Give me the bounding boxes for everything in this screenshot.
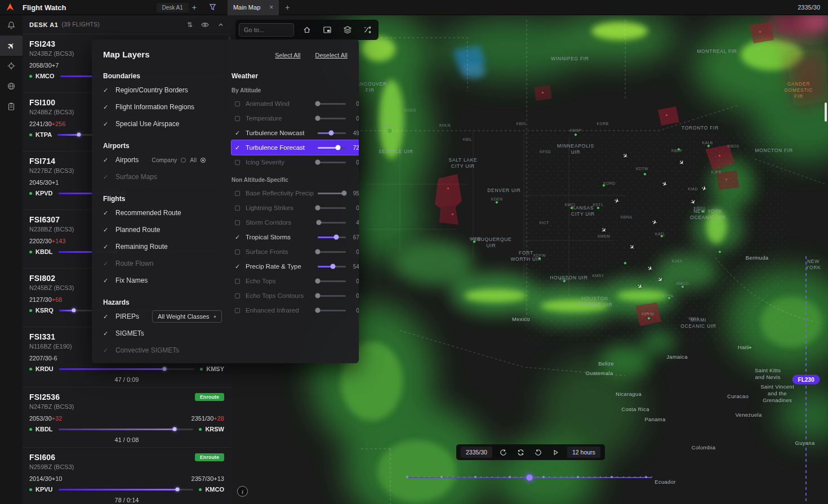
weather-layer-row[interactable]: ✓ Enhanced Infrared 0% (232, 303, 359, 318)
airport-marker[interactable]: ◆ (647, 316, 650, 320)
layer-fix-names[interactable]: ✓Fix Names (103, 272, 232, 289)
slider-knob[interactable] (335, 145, 340, 150)
opacity-slider[interactable] (318, 251, 346, 253)
airport-marker[interactable]: ◆ (563, 279, 566, 283)
airport-marker[interactable]: ◆ (602, 183, 605, 188)
weather-layer-row[interactable]: ✓ Icing Severity 0% (232, 155, 359, 170)
opacity-slider[interactable] (318, 207, 346, 209)
checkbox[interactable] (235, 220, 240, 225)
slider-knob[interactable] (315, 116, 320, 121)
rail-notifications[interactable] (0, 15, 23, 35)
route-tools-button[interactable] (360, 23, 375, 37)
layer-route-flown[interactable]: ✓Route Flown (103, 255, 232, 272)
add-button[interactable]: + (189, 3, 200, 11)
checkbox[interactable] (235, 101, 240, 106)
slider-knob[interactable] (342, 191, 347, 196)
map-info-button[interactable]: i (237, 486, 248, 497)
checkbox[interactable] (235, 191, 240, 196)
airport-marker[interactable]: ◆ (681, 284, 684, 289)
weather-layer-row[interactable]: ✓ Lightning Strikes 0% (232, 200, 359, 215)
layer-fir[interactable]: ✓Flight Information Regions (103, 99, 232, 115)
step-forward-button[interactable] (532, 446, 545, 458)
slider-knob[interactable] (329, 131, 334, 136)
radio-all[interactable] (201, 158, 206, 163)
flight-card[interactable]: FSI2536 Enroute N247BZ (BCS3) 2053/30+32… (23, 387, 231, 448)
airport-marker[interactable]: ◆ (643, 172, 646, 176)
opacity-slider[interactable] (318, 266, 346, 267)
airport-marker[interactable]: ◆ (667, 296, 670, 300)
timeline-slider[interactable] (407, 472, 652, 481)
weather-layer-row[interactable]: ✓ Echo Tops 0% (232, 274, 359, 288)
layer-convective-sigmets[interactable]: ✓Convective SIGMETs (103, 342, 232, 359)
sort-button[interactable]: ⇅ (187, 21, 193, 29)
airport-marker[interactable]: ◆ (749, 345, 751, 350)
rail-globe[interactable] (0, 76, 23, 96)
checkbox[interactable] (235, 308, 240, 313)
checkbox[interactable] (235, 116, 240, 121)
close-tab-icon[interactable]: × (269, 3, 273, 11)
checkbox[interactable] (235, 279, 240, 284)
opacity-slider[interactable] (318, 103, 346, 105)
layer-planned-route[interactable]: ✓Planned Route (103, 221, 232, 238)
airport-marker[interactable]: ◆ (495, 200, 498, 204)
airport-marker[interactable]: ◆ (677, 147, 680, 151)
weather-layer-row[interactable]: ✓ Echo Tops Contours 0% (232, 288, 359, 303)
airport-marker[interactable]: ◆ (388, 128, 391, 133)
map-scrollbar[interactable] (825, 102, 827, 122)
weather-layer-row[interactable]: ✓ Turbulence Nowcast 49% (232, 126, 359, 140)
visibility-button[interactable] (201, 21, 209, 28)
map-layers-button[interactable] (340, 23, 355, 37)
opacity-slider[interactable] (318, 147, 346, 149)
slider-knob[interactable] (315, 249, 320, 255)
weather-layer-row[interactable]: ✓ Turbulence Forecast 72% (232, 140, 359, 155)
opacity-slider[interactable] (318, 310, 346, 311)
minimap-button[interactable] (319, 23, 335, 37)
slider-knob[interactable] (334, 235, 339, 240)
checkbox[interactable] (235, 206, 240, 211)
slider-knob[interactable] (315, 160, 320, 165)
airport-marker[interactable]: ◆ (596, 206, 599, 210)
select-all-link[interactable]: Select All (275, 52, 300, 59)
layer-sigmets[interactable]: ✓SIGMETs (103, 325, 232, 342)
layer-sua[interactable]: ✓Special Use Airspace (103, 115, 232, 132)
slider-knob[interactable] (330, 264, 335, 269)
step-back-button[interactable] (497, 446, 510, 458)
opacity-slider[interactable] (318, 280, 346, 282)
slider-knob[interactable] (315, 206, 320, 211)
rail-flights[interactable]: ✈ (0, 35, 23, 56)
flight-level-badge[interactable]: FL230 (793, 375, 820, 385)
weather-layer-row[interactable]: ✓ Precip Rate & Type 54% (232, 259, 359, 274)
slider-knob[interactable] (315, 308, 320, 313)
opacity-slider[interactable] (318, 118, 346, 119)
opacity-slider[interactable] (318, 132, 346, 134)
airport-marker[interactable]: ◆ (701, 209, 704, 213)
weather-layer-row[interactable]: ✓ Animated Wind 0% (232, 96, 359, 111)
slider-knob[interactable] (315, 101, 320, 106)
loop-button[interactable] (515, 446, 527, 458)
checkbox[interactable] (235, 160, 240, 165)
airport-marker[interactable]: ◆ (707, 144, 710, 148)
timeline-knob[interactable] (527, 475, 533, 481)
layer-pireps[interactable]: ✓ PIREPs All Weight Classes ▾ (103, 308, 232, 325)
layer-recommended-route[interactable]: ✓Recommended Route (103, 204, 232, 221)
layer-surface-maps[interactable]: ✓Surface Maps (103, 168, 232, 185)
layer-region-borders[interactable]: ✓Region/Country Borders (103, 82, 232, 99)
weather-layer-row[interactable]: ✓ Tropical Storms 67% (232, 230, 359, 244)
tab-main-map[interactable]: Main Map × (228, 0, 279, 15)
rail-tracking[interactable] (0, 56, 23, 76)
weather-layer-row[interactable]: ✓ Base Reflectivity Precip 95% (232, 186, 359, 200)
goto-input[interactable] (239, 23, 294, 37)
weather-layer-row[interactable]: ✓ Temperature 0% (232, 111, 359, 126)
airport-marker[interactable]: ◆ (660, 234, 663, 238)
new-tab-button[interactable]: + (279, 0, 296, 15)
layer-remaining-route[interactable]: ✓Remaining Route (103, 238, 232, 255)
deselect-all-link[interactable]: Deselect All (315, 52, 348, 59)
opacity-slider[interactable] (318, 237, 346, 238)
checkbox[interactable] (235, 249, 240, 255)
home-view-button[interactable] (299, 23, 314, 37)
airport-marker[interactable]: ◆ (473, 239, 475, 244)
slider-knob[interactable] (315, 279, 320, 284)
opacity-slider[interactable] (318, 295, 346, 297)
pireps-filter-dropdown[interactable]: All Weight Classes ▾ (152, 310, 222, 323)
airport-marker[interactable]: ◆ (570, 206, 573, 210)
